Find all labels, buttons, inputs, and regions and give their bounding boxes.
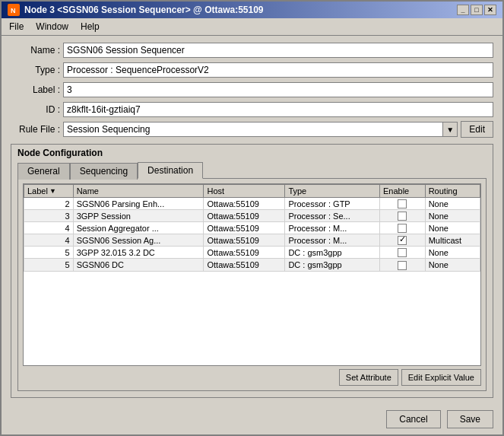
edit-explicit-button[interactable]: Edit Explicit Value bbox=[401, 369, 481, 386]
sort-arrow: ▼ bbox=[49, 187, 56, 195]
rulefile-container: ▼ Edit bbox=[63, 121, 493, 138]
node-config: Node Configuration General Sequencing De… bbox=[11, 144, 493, 398]
menu-file[interactable]: File bbox=[5, 20, 28, 33]
table-row[interactable]: 4SGSN06 Session Ag...Ottawa:55109Process… bbox=[24, 234, 480, 247]
maximize-button[interactable]: □ bbox=[471, 5, 483, 15]
cell-type: DC : gsm3gpp bbox=[285, 259, 380, 271]
rulefile-dropdown: ▼ bbox=[63, 122, 458, 137]
col-label: Label ▼ bbox=[24, 185, 74, 198]
titlebar-controls: _ □ ✕ bbox=[457, 5, 496, 15]
window-title: Node 3 <SGSN06 Session Sequencer> @ Otta… bbox=[24, 5, 264, 15]
cell-type: Processor : M... bbox=[285, 234, 380, 247]
node-config-title: Node Configuration bbox=[11, 145, 493, 161]
rulefile-row: Rule File : ▼ Edit bbox=[11, 121, 493, 138]
cell-host: Ottawa:55109 bbox=[204, 259, 285, 271]
cell-host: Ottawa:55109 bbox=[204, 210, 285, 222]
table-buttons: Set Attribute Edit Explicit Value bbox=[23, 369, 481, 386]
cell-enable[interactable] bbox=[379, 259, 425, 271]
table-row[interactable]: 2SGSN06 Parsing Enh...Ottawa:55109Proces… bbox=[24, 198, 480, 210]
cell-label: 5 bbox=[24, 247, 74, 259]
name-label: Name : bbox=[11, 45, 60, 56]
destination-table: Label ▼ Name Host Type Enable Routing bbox=[24, 184, 480, 272]
label-row: Label : bbox=[11, 81, 493, 98]
table-container: Label ▼ Name Host Type Enable Routing bbox=[23, 183, 481, 366]
type-label: Type : bbox=[11, 65, 60, 75]
col-enable: Enable bbox=[379, 185, 425, 198]
id-label: ID : bbox=[11, 104, 60, 115]
cell-label: 2 bbox=[24, 198, 74, 210]
rulefile-label: Rule File : bbox=[11, 124, 60, 135]
form-content: Name : Type : Label : ID : Rule File : ▼ bbox=[2, 36, 502, 404]
enable-checkbox[interactable] bbox=[398, 199, 407, 208]
enable-checkbox[interactable] bbox=[398, 248, 407, 257]
cancel-button[interactable]: Cancel bbox=[386, 410, 440, 428]
cell-enable[interactable] bbox=[379, 222, 425, 234]
edit-button[interactable]: Edit bbox=[461, 121, 493, 138]
cell-enable[interactable] bbox=[379, 234, 425, 247]
cell-label: 4 bbox=[24, 234, 74, 247]
label-input[interactable] bbox=[63, 82, 493, 97]
rulefile-dropdown-btn[interactable]: ▼ bbox=[442, 122, 458, 137]
enable-checkbox[interactable] bbox=[398, 236, 407, 245]
enable-checkbox[interactable] bbox=[398, 224, 407, 233]
cell-type: Processor : Se... bbox=[285, 210, 380, 222]
cell-label: 4 bbox=[24, 222, 74, 234]
titlebar-left: N Node 3 <SGSN06 Session Sequencer> @ Ot… bbox=[8, 4, 264, 16]
cell-label: 5 bbox=[24, 259, 74, 271]
minimize-button[interactable]: _ bbox=[457, 5, 469, 15]
menu-help[interactable]: Help bbox=[76, 20, 104, 33]
cell-host: Ottawa:55109 bbox=[204, 247, 285, 259]
cell-name: Session Aggregator ... bbox=[73, 222, 204, 234]
cell-type: Processor : GTP bbox=[285, 198, 380, 210]
main-window: N Node 3 <SGSN06 Session Sequencer> @ Ot… bbox=[0, 0, 504, 436]
enable-checkbox[interactable] bbox=[398, 261, 407, 270]
cell-label: 3 bbox=[24, 210, 74, 222]
svg-text:N: N bbox=[11, 7, 16, 14]
id-row: ID : bbox=[11, 101, 493, 118]
tab-general[interactable]: General bbox=[17, 163, 70, 180]
enable-checkbox[interactable] bbox=[398, 212, 407, 221]
table-row[interactable]: 5SGSN06 DCOttawa:55109DC : gsm3gppNone bbox=[24, 259, 480, 271]
cell-name: SGSN06 Session Ag... bbox=[73, 234, 204, 247]
cell-routing: Multicast bbox=[425, 234, 480, 247]
tab-destination[interactable]: Destination bbox=[138, 162, 203, 179]
cell-host: Ottawa:55109 bbox=[204, 222, 285, 234]
col-type: Type bbox=[285, 185, 380, 198]
bottom-buttons: Cancel Save bbox=[2, 404, 502, 434]
name-row: Name : bbox=[11, 42, 493, 59]
table-row[interactable]: 4Session Aggregator ...Ottawa:55109Proce… bbox=[24, 222, 480, 234]
cell-name: 3GPP 32.015 3.2 DC bbox=[73, 247, 204, 259]
cell-name: SGSN06 DC bbox=[73, 259, 204, 271]
cell-routing: None bbox=[425, 247, 480, 259]
menu-window[interactable]: Window bbox=[31, 20, 73, 33]
table-row[interactable]: 53GPP 32.015 3.2 DCOttawa:55109DC : gsm3… bbox=[24, 247, 480, 259]
cell-enable[interactable] bbox=[379, 247, 425, 259]
type-row: Type : bbox=[11, 62, 493, 78]
rulefile-input[interactable] bbox=[63, 122, 443, 137]
cell-routing: None bbox=[425, 259, 480, 271]
titlebar: N Node 3 <SGSN06 Session Sequencer> @ Ot… bbox=[2, 2, 502, 18]
id-input[interactable] bbox=[63, 102, 493, 117]
menubar: File Window Help bbox=[2, 18, 502, 36]
cell-enable[interactable] bbox=[379, 198, 425, 210]
cell-host: Ottawa:55109 bbox=[204, 198, 285, 210]
col-routing: Routing bbox=[425, 185, 480, 198]
label-label: Label : bbox=[11, 84, 60, 95]
set-attribute-button[interactable]: Set Attribute bbox=[339, 369, 398, 386]
app-icon: N bbox=[8, 4, 20, 16]
tabs: General Sequencing Destination bbox=[11, 161, 493, 178]
type-input[interactable] bbox=[63, 62, 493, 78]
cell-host: Ottawa:55109 bbox=[204, 234, 285, 247]
cell-name: SGSN06 Parsing Enh... bbox=[73, 198, 204, 210]
cell-enable[interactable] bbox=[379, 210, 425, 222]
col-name: Name bbox=[73, 185, 204, 198]
save-button[interactable]: Save bbox=[447, 410, 493, 428]
cell-type: Processor : M... bbox=[285, 222, 380, 234]
table-row[interactable]: 33GPP SessionOttawa:55109Processor : Se.… bbox=[24, 210, 480, 222]
name-input[interactable] bbox=[63, 43, 493, 58]
close-button[interactable]: ✕ bbox=[484, 5, 496, 15]
tab-content: Label ▼ Name Host Type Enable Routing bbox=[17, 178, 487, 391]
table-header-row: Label ▼ Name Host Type Enable Routing bbox=[24, 185, 480, 198]
tab-sequencing[interactable]: Sequencing bbox=[70, 163, 138, 180]
col-host: Host bbox=[204, 185, 285, 198]
